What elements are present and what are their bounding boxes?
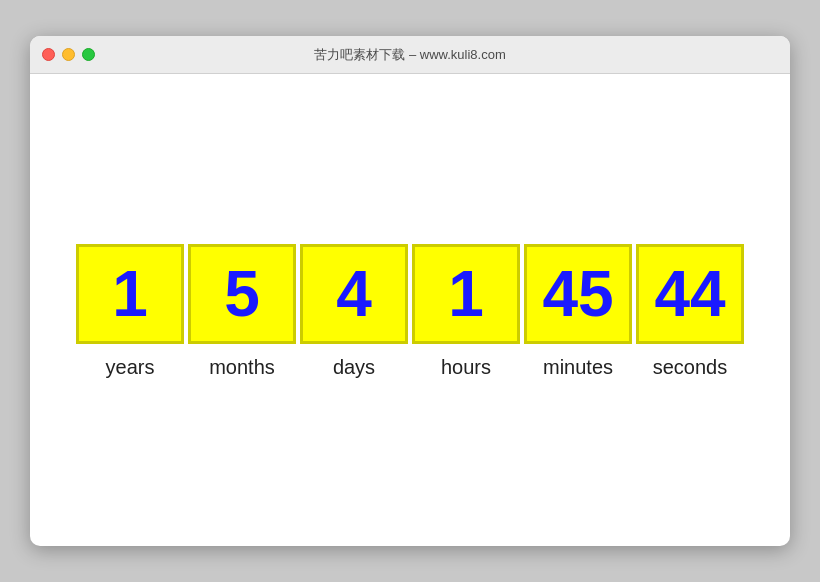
countdown-wrapper: 1years5months4days1hours45minutes44secon… [74, 242, 746, 379]
countdown-box-days: 4 [300, 244, 408, 344]
countdown-number-days: 4 [336, 262, 372, 326]
window-content: 1years5months4days1hours45minutes44secon… [30, 74, 790, 546]
traffic-lights [42, 48, 95, 61]
countdown-box-minutes: 45 [524, 244, 632, 344]
countdown-label-years: years [74, 356, 186, 379]
browser-window: 苦力吧素材下载 – www.kuli8.com 1years5months4da… [30, 36, 790, 546]
countdown-row: 1years5months4days1hours45minutes44secon… [74, 242, 746, 379]
countdown-label-days: days [298, 356, 410, 379]
countdown-box-seconds: 44 [636, 244, 744, 344]
countdown-number-months: 5 [224, 262, 260, 326]
window-title: 苦力吧素材下载 – www.kuli8.com [314, 46, 505, 64]
countdown-number-minutes: 45 [542, 262, 613, 326]
countdown-box-hours: 1 [412, 244, 520, 344]
countdown-label-minutes: minutes [522, 356, 634, 379]
countdown-item: 1years [74, 242, 186, 379]
countdown-item: 4days [298, 242, 410, 379]
countdown-item: 5months [186, 242, 298, 379]
countdown-box-months: 5 [188, 244, 296, 344]
countdown-number-years: 1 [112, 262, 148, 326]
maximize-button[interactable] [82, 48, 95, 61]
countdown-item: 1hours [410, 242, 522, 379]
countdown-number-hours: 1 [448, 262, 484, 326]
countdown-box-years: 1 [76, 244, 184, 344]
countdown-number-seconds: 44 [654, 262, 725, 326]
countdown-item: 44seconds [634, 242, 746, 379]
minimize-button[interactable] [62, 48, 75, 61]
countdown-label-hours: hours [410, 356, 522, 379]
titlebar: 苦力吧素材下载 – www.kuli8.com [30, 36, 790, 74]
close-button[interactable] [42, 48, 55, 61]
countdown-item: 45minutes [522, 242, 634, 379]
countdown-label-seconds: seconds [634, 356, 746, 379]
countdown-label-months: months [186, 356, 298, 379]
